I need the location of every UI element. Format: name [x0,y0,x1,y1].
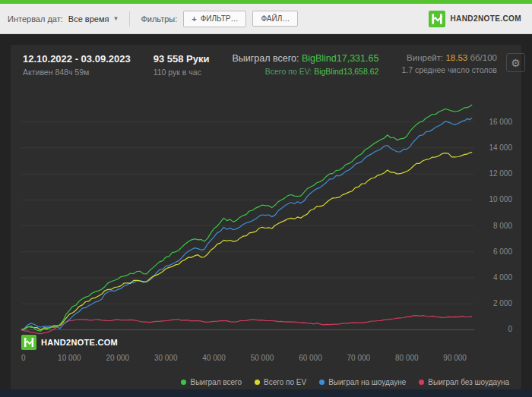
svg-text:0: 0 [21,354,26,362]
toolbar-divider [129,11,130,27]
legend-dot-icon [181,380,186,385]
filters-label: Фильтры: [141,14,177,24]
winrate-value: 18.53 [445,53,467,62]
date-interval-value: Все время [68,14,109,24]
svg-text:4 000: 4 000 [493,273,512,282]
plus-icon: + [192,14,196,24]
winnings-chart: 02 0004 0006 0008 00010 00012 00014 0001… [15,87,517,367]
hands-count: 93 558 Руки [154,53,210,65]
chart-legend: Выиграл всегоВсего по EVВыиграл на шоуда… [11,378,521,386]
winrate-label: Винрейт: [407,53,443,62]
stats-header: 12.10.2022 - 03.09.2023 Активен 848ч 59м… [11,45,521,86]
file-button-label: ФАЙЛ… [261,14,290,23]
svg-text:10 000: 10 000 [58,354,81,362]
svg-text:10 000: 10 000 [489,195,512,203]
chevron-down-icon: ▼ [112,15,119,22]
hands-stat: 93 558 Руки 110 рук в час [154,53,210,86]
won-total-line: Выиграл всего: BigBlind17,331.65 [232,53,378,64]
bottom-bar [0,389,532,397]
legend-item[interactable]: Выиграл на шоудауне [319,378,406,386]
legend-item-label: Выиграл всего [190,378,242,386]
svg-text:60 000: 60 000 [299,354,322,362]
legend-item-label: Всего по EV [264,378,306,386]
won-total-value: BigBlind17,331.65 [302,53,378,64]
svg-text:16 000: 16 000 [489,118,512,126]
svg-text:14 000: 14 000 [489,143,512,152]
svg-text:70 000: 70 000 [347,354,371,362]
svg-text:8 000: 8 000 [493,222,512,230]
ev-total-value: BigBlind13,658.62 [314,67,378,76]
won-total-label: Выиграл всего: [232,53,299,64]
hand2note-watermark-icon [21,335,36,350]
brand-logo: HAND2NOTE.COM [429,11,524,27]
active-time: Активен 848ч 59м [23,68,131,77]
add-filter-button[interactable]: + ФИЛЬТР… [183,11,246,27]
toolbar: Интервал дат: Все время ▼ Фильтры: + ФИЛ… [0,4,532,34]
svg-text:40 000: 40 000 [202,354,226,362]
svg-text:80 000: 80 000 [395,354,419,362]
legend-dot-icon [319,380,325,385]
report-panel: 12.10.2022 - 03.09.2023 Активен 848ч 59м… [11,45,521,389]
svg-text:90 000: 90 000 [443,354,467,362]
gear-icon[interactable]: ⚙ [506,53,525,72]
avg-tables: 1.7 среднее число столов [401,65,497,74]
svg-text:12 000: 12 000 [489,169,512,178]
svg-text:30 000: 30 000 [154,354,178,362]
chart-watermark: HAND2NOTE.COM [21,335,118,350]
legend-item[interactable]: Выиграл без шоудауна [419,378,509,386]
hand2note-logo-icon [429,11,445,27]
winrate-units: бб/100 [470,53,497,62]
add-filter-button-label: ФИЛЬТР… [201,14,239,23]
winrate-stat: Винрейт: 18.53 бб/100 1.7 среднее число … [401,53,506,86]
svg-text:20 000: 20 000 [106,354,130,362]
winnings-stat: Выиграл всего: BigBlind17,331.65 Всего п… [232,53,378,86]
date-range: 12.10.2022 - 03.09.2023 [23,53,131,65]
ev-total-line: Всего по EV: BigBlind13,658.62 [232,67,378,76]
chart-area: 02 0004 0006 0008 00010 00012 00014 0001… [15,87,517,370]
legend-item[interactable]: Всего по EV [255,378,306,386]
ev-total-label: Всего по EV: [265,67,312,76]
legend-dot-icon [419,380,424,385]
file-button[interactable]: ФАЙЛ… [252,11,298,27]
svg-text:50 000: 50 000 [251,354,274,362]
legend-item[interactable]: Выиграл всего [181,378,242,386]
date-range-stat: 12.10.2022 - 03.09.2023 Активен 848ч 59м [23,53,131,86]
svg-text:0: 0 [508,325,512,333]
svg-text:6 000: 6 000 [493,247,512,256]
hands-per-hour: 110 рук в час [154,68,210,77]
watermark-text: HAND2NOTE.COM [41,338,118,347]
winrate-line: Винрейт: 18.53 бб/100 [401,53,497,62]
legend-item-label: Выиграл на шоудауне [328,378,406,386]
date-interval-label: Интервал дат: [8,14,63,24]
date-interval-dropdown[interactable]: Все время ▼ [68,14,119,24]
svg-text:2 000: 2 000 [493,299,512,307]
brand-text: HAND2NOTE.COM [450,14,521,23]
legend-item-label: Выиграл без шоудауна [428,378,509,386]
legend-dot-icon [255,380,260,385]
